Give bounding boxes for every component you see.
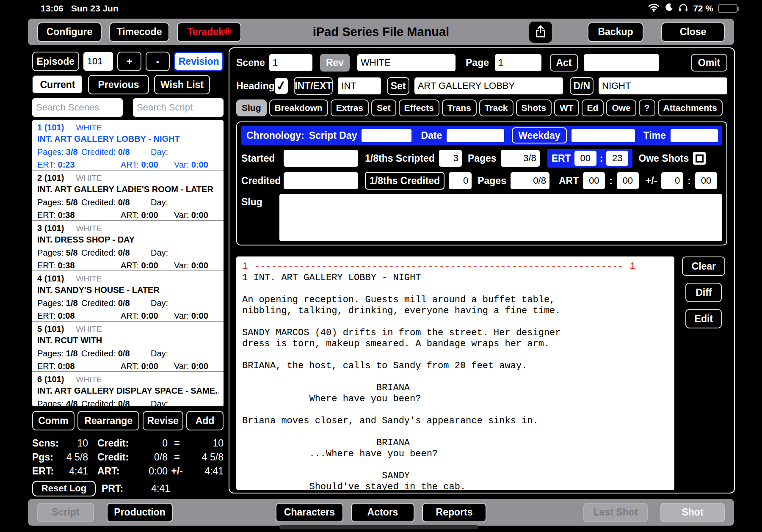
credited-label: Credited — [241, 175, 279, 187]
comm-button[interactable]: Comm — [32, 411, 75, 430]
search-scenes-input[interactable] — [32, 98, 123, 117]
share-button[interactable] — [529, 22, 552, 43]
variance-hours-input[interactable] — [661, 172, 683, 189]
scene-day: Day: — [151, 147, 168, 158]
dn-button[interactable]: D/N — [570, 77, 594, 95]
tab-ed[interactable]: Ed — [582, 99, 604, 116]
scene-var: Var: 0:00 — [174, 160, 208, 171]
weekday-button[interactable]: Weekday — [512, 127, 566, 143]
scene-number: 5 (101) — [37, 324, 64, 334]
dn-input[interactable] — [599, 77, 727, 94]
add-button[interactable]: Add — [186, 411, 224, 430]
weekday-input[interactable] — [572, 129, 635, 142]
last-shot-button[interactable]: Last Shot — [583, 503, 648, 522]
episode-number-input[interactable] — [83, 52, 113, 71]
scene-list-item[interactable]: 2 (101) WHITE INT. ART GALLERY LADIE'S R… — [32, 171, 224, 221]
art-minutes-input[interactable] — [617, 172, 639, 189]
owe-shots-checkbox[interactable] — [693, 152, 706, 165]
tab-question[interactable]: ? — [639, 99, 655, 116]
timecode-button[interactable]: Timecode — [109, 22, 169, 42]
revision-button[interactable]: Revision — [174, 52, 224, 71]
int-ext-input[interactable] — [338, 77, 381, 94]
characters-button[interactable]: Characters — [276, 503, 343, 522]
status-bar: 13:06 Sun 23 Jun 72 % — [0, 0, 762, 17]
scene-list-item[interactable]: 6 (101) WHITE INT. ART GALLERY DISPLAY S… — [32, 372, 224, 406]
tab-current[interactable]: Current — [32, 75, 83, 94]
art-colon: : — [609, 175, 613, 187]
search-script-input[interactable] — [133, 98, 224, 117]
tab-breakdown[interactable]: Breakdown — [269, 99, 328, 116]
scene-ert: ERT: 0:08 — [37, 311, 121, 322]
credited-input[interactable] — [284, 172, 358, 189]
time-input[interactable] — [671, 129, 718, 142]
configure-button[interactable]: Configure — [37, 22, 102, 42]
tab-slug[interactable]: Slug — [236, 99, 267, 116]
production-mode-button[interactable]: Production — [107, 503, 173, 522]
scene-list-tabs: Current Previous Wish List — [32, 75, 224, 94]
script-day-input[interactable] — [362, 129, 411, 142]
slug-textarea[interactable] — [279, 194, 722, 241]
episode-decrement-button[interactable]: - — [146, 52, 170, 71]
act-button[interactable]: Act — [550, 54, 578, 72]
scene-list-item[interactable]: 4 (101) WHITE INT. SANDY'S HOUSE - LATER… — [32, 271, 224, 322]
pages-scripted-input[interactable] — [501, 150, 540, 167]
episode-button[interactable]: Episode — [32, 52, 79, 71]
tab-trans[interactable]: Trans — [442, 99, 477, 116]
set-input[interactable] — [414, 77, 563, 94]
reset-log-button[interactable]: Reset Log — [32, 481, 96, 496]
ert-minutes-input[interactable] — [606, 151, 628, 166]
eighths-scripted-input[interactable] — [439, 150, 462, 167]
page-number-input[interactable] — [495, 54, 541, 71]
edit-button[interactable]: Edit — [685, 309, 722, 328]
rev-button[interactable]: Rev — [320, 54, 350, 72]
tab-track[interactable]: Track — [479, 99, 514, 116]
scns-value: 10 — [63, 438, 88, 449]
eighths-credited-input[interactable] — [449, 172, 472, 189]
set-button[interactable]: Set — [387, 77, 409, 95]
variance-minutes-input[interactable] — [695, 172, 717, 189]
script-mode-button[interactable]: Script — [37, 503, 94, 522]
tab-previous[interactable]: Previous — [88, 75, 149, 94]
scene-number: 4 (101) — [37, 274, 64, 284]
scene-number-input[interactable] — [269, 54, 312, 71]
date-input[interactable] — [447, 129, 504, 142]
revise-button[interactable]: Revise — [143, 411, 183, 430]
act-input[interactable] — [584, 54, 659, 71]
time-label: Time — [643, 130, 666, 141]
ert-label: ERT — [552, 153, 571, 164]
pages-credited-input[interactable] — [511, 172, 549, 189]
tab-wish-list[interactable]: Wish List — [154, 75, 210, 94]
backup-button[interactable]: Backup — [588, 22, 643, 42]
scene-list-item[interactable]: 1 (101) WHITE INT. ART GALLERY LOBBY - N… — [32, 120, 224, 171]
teradek-button[interactable]: Teradek® — [177, 22, 241, 42]
tab-owe[interactable]: Owe — [606, 99, 636, 116]
tab-attachments[interactable]: Attachments — [658, 99, 723, 116]
tab-effects[interactable]: Effects — [399, 99, 439, 116]
clear-button[interactable]: Clear — [682, 256, 725, 276]
episode-increment-button[interactable]: + — [117, 52, 141, 71]
int-ext-button[interactable]: INT/EXT — [294, 77, 333, 95]
started-input[interactable] — [284, 150, 358, 167]
omit-button[interactable]: Omit — [691, 54, 727, 72]
scene-list[interactable]: 1 (101) WHITE INT. ART GALLERY LOBBY - N… — [32, 120, 224, 406]
close-button[interactable]: Close — [661, 22, 725, 42]
scene-list-item[interactable]: 3 (101) WHITE INT. DRESS SHOP - DAY Page… — [32, 221, 224, 271]
tab-extras[interactable]: Extras — [331, 99, 369, 116]
credit-label: Credit: — [97, 452, 133, 463]
home-indicator[interactable] — [279, 525, 478, 529]
scene-list-item[interactable]: 5 (101) WHITE INT. RCUT WITH Pages: 1/8 … — [32, 322, 224, 372]
script-page[interactable]: 1 --------------------------------------… — [236, 256, 674, 490]
rearrange-button[interactable]: Rearrange — [77, 411, 139, 430]
shot-button[interactable]: Shot — [660, 503, 725, 522]
diff-button[interactable]: Diff — [685, 283, 722, 302]
heading-checkbox[interactable]: ✓ — [275, 78, 288, 94]
tab-wt[interactable]: WT — [554, 99, 579, 116]
reports-button[interactable]: Reports — [422, 503, 486, 522]
page-number-right: 1 — [629, 261, 635, 272]
actors-button[interactable]: Actors — [351, 503, 414, 522]
art-hours-input[interactable] — [583, 172, 605, 189]
revision-color-input[interactable] — [357, 54, 456, 71]
tab-set[interactable]: Set — [371, 99, 396, 116]
tab-shots[interactable]: Shots — [516, 99, 552, 116]
ert-hours-input[interactable] — [574, 151, 596, 166]
